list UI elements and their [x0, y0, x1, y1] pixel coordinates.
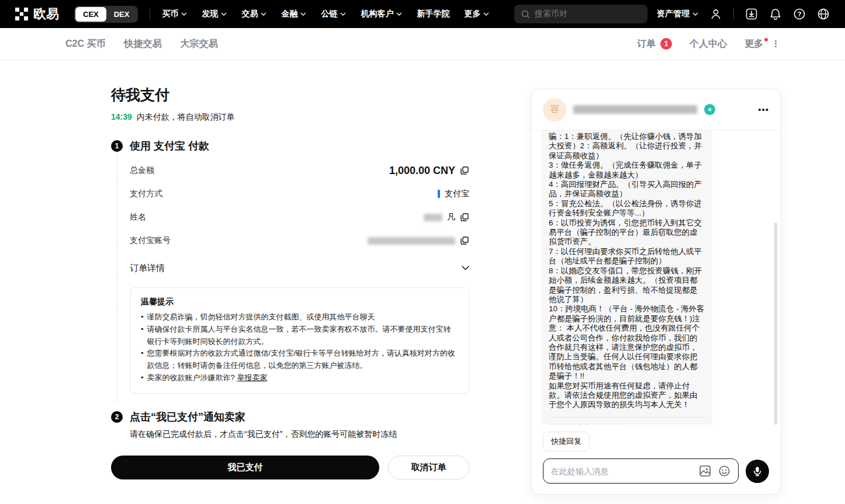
bubble-divider	[549, 417, 705, 418]
menu-more[interactable]: 更多	[464, 9, 489, 19]
user-icon[interactable]	[709, 8, 722, 20]
c2c-subnav: C2C 买币 快捷交易 大宗交易 订单 1 个人中心 更多 ⋮	[0, 28, 845, 60]
notification-dot	[764, 38, 768, 41]
svg-text:?: ?	[798, 11, 802, 18]
orders-count-badge: 1	[660, 38, 672, 50]
report-seller-link[interactable]: 举报卖家	[237, 373, 267, 382]
voice-message-button[interactable]	[746, 460, 769, 483]
chat-header: 容 ★ •••	[531, 89, 781, 130]
step1-body: 总金额 1,000.00 CNY 支付方式 支付宝 姓名 凡 支付宝账号	[117, 153, 469, 402]
tip-item: •卖家的收款账户涉嫌欺诈? 举报卖家	[141, 372, 458, 384]
chevron-down-icon	[483, 12, 489, 16]
subnav-more[interactable]: 更多 ⋮	[744, 38, 780, 50]
step2-badge: 2	[111, 411, 123, 423]
chevron-down-icon	[692, 12, 698, 16]
alipay-icon	[438, 190, 440, 198]
top-navbar: 欧易 CEX DEX 买币 发现 交易 金融 公链 机构客户 新手学院 更多 搜…	[0, 0, 845, 28]
menu-institutional[interactable]: 机构客户	[361, 9, 402, 19]
chevron-down-icon	[261, 12, 266, 16]
name-visible-char: 凡	[447, 212, 455, 223]
nav-divider	[150, 8, 150, 20]
okx-logo[interactable]: 欧易	[15, 5, 59, 23]
merchant-message-text: 骗：1：兼职返佣。（先让你赚小钱，诱导加大投资）2：高额返利。（让你进行投资，并…	[549, 132, 705, 410]
help-icon[interactable]: ?	[793, 8, 806, 20]
verified-badge-icon: ★	[704, 104, 715, 115]
countdown-timer: 14:39	[111, 112, 132, 121]
merchant-avatar: 容	[543, 98, 566, 121]
chat-scrollbar[interactable]	[774, 223, 777, 425]
notification-bell-icon[interactable]	[769, 8, 782, 20]
step1-badge: 1	[111, 140, 123, 152]
chat-panel: 容 ★ ••• 骗：1：兼职返佣。（先让你赚小钱，诱导加大投资）2：高额返利。（…	[531, 89, 781, 495]
alipay-account-row: 支付宝账号	[130, 229, 469, 252]
countdown-line: 14:39 内未付款，将自动取消订单	[111, 112, 469, 123]
toggle-cex[interactable]: CEX	[75, 7, 106, 22]
payee-name-row: 姓名 凡	[130, 206, 469, 229]
total-amount: 1,000.00 CNY	[389, 165, 455, 177]
language-globe-icon[interactable]	[817, 8, 830, 20]
subnav-profile[interactable]: 个人中心	[690, 38, 727, 50]
step2-header: 2 点击“我已支付”通知卖家	[111, 410, 469, 424]
tip-item: •您需要根据对方的收款方式通过微信/支付宝/银行卡等平台转账给对方，请认真核对对…	[141, 347, 458, 372]
search-input[interactable]: 搜索币对	[514, 5, 647, 23]
download-app-icon[interactable]	[745, 8, 758, 20]
tips-box: 温馨提示 •谨防交易诈骗，切勿轻信对方提供的支付截图、或使用其他平台聊天 •请确…	[130, 287, 469, 394]
redacted-name	[424, 214, 442, 221]
tips-title: 温馨提示	[141, 297, 458, 307]
order-payment-panel: 待我支付 14:39 内未付款，将自动取消订单 1 使用 支付宝 付款 总金额 …	[111, 85, 469, 479]
main-menu: 买币 发现 交易 金融 公链 机构客户 新手学院 更多	[162, 9, 489, 19]
chevron-down-icon	[340, 12, 346, 16]
paid-button[interactable]: 我已支付	[111, 456, 379, 479]
menu-discover[interactable]: 发现	[202, 9, 227, 19]
merchant-message-bubble: 骗：1：兼职返佣。（先让你赚小钱，诱导加大投资）2：高额返利。（让你进行投资，并…	[541, 130, 712, 425]
order-details-toggle[interactable]: 订单详情	[130, 255, 469, 281]
tip-item: •谨防交易诈骗，切勿轻信对方提供的支付截图、或使用其他平台聊天	[141, 311, 458, 324]
message-input-box[interactable]	[543, 458, 739, 484]
subnav-express[interactable]: 快捷交易	[124, 38, 161, 50]
chat-footer: 快捷回复	[531, 425, 781, 494]
kebab-menu-icon[interactable]: ⋮	[771, 39, 780, 49]
emoji-icon[interactable]	[718, 465, 730, 477]
cancel-order-button[interactable]: 取消订单	[388, 456, 469, 479]
subnav-orders[interactable]: 订单 1	[637, 38, 672, 50]
tip-item: •请确保付款卡所属人与平台实名信息一致，若不一致卖家有权不放币。请不要使用支付宝…	[141, 324, 458, 348]
search-placeholder: 搜索币对	[535, 9, 567, 19]
menu-trade[interactable]: 交易	[241, 9, 266, 19]
nav-divider	[733, 8, 734, 20]
amount-row: 总金额 1,000.00 CNY	[130, 159, 469, 182]
menu-chain[interactable]: 公链	[321, 9, 346, 19]
toggle-dex[interactable]: DEX	[106, 7, 137, 22]
page-title: 待我支付	[111, 85, 469, 105]
subnav-c2c-buy[interactable]: C2C 买币	[65, 38, 105, 50]
assets-menu[interactable]: 资产管理	[657, 9, 698, 19]
copy-icon[interactable]	[460, 166, 469, 175]
redacted-merchant-name	[573, 105, 697, 114]
image-upload-icon[interactable]	[699, 465, 711, 477]
copy-icon[interactable]	[460, 213, 469, 222]
message-input[interactable]	[551, 467, 692, 476]
chevron-down-icon	[300, 12, 306, 16]
chevron-down-icon	[462, 266, 469, 270]
search-icon	[521, 10, 530, 19]
chevron-down-icon	[396, 12, 402, 16]
menu-finance[interactable]: 金融	[281, 9, 306, 19]
chat-menu-icon[interactable]: •••	[758, 105, 769, 114]
microphone-icon	[752, 466, 763, 477]
step1-header: 1 使用 支付宝 付款	[111, 139, 469, 153]
brand-name: 欧易	[33, 5, 59, 23]
chat-message-list[interactable]: 骗：1：兼职返佣。（先让你赚小钱，诱导加大投资）2：高额返利。（让你进行投资，并…	[531, 130, 781, 425]
subnav-block-trade[interactable]: 大宗交易	[180, 38, 217, 50]
quick-reply-button[interactable]: 快捷回复	[543, 432, 590, 451]
chevron-down-icon	[221, 12, 227, 16]
chevron-down-icon	[181, 12, 187, 16]
redacted-account	[368, 237, 455, 245]
cex-dex-toggle[interactable]: CEX DEX	[74, 6, 138, 23]
payment-method: 支付宝	[445, 189, 469, 199]
okx-logo-icon	[15, 8, 28, 20]
auto-message-note: 此消息由商家默认发送	[549, 423, 705, 425]
step2-subtitle: 请在确保已完成付款后，才点击“我已支付”，否则您的账号可能被暂时冻结	[130, 429, 469, 440]
copy-icon[interactable]	[460, 236, 469, 245]
payment-method-row: 支付方式 支付宝	[130, 182, 469, 206]
menu-academy[interactable]: 新手学院	[417, 9, 449, 19]
menu-buy-crypto[interactable]: 买币	[162, 9, 187, 19]
